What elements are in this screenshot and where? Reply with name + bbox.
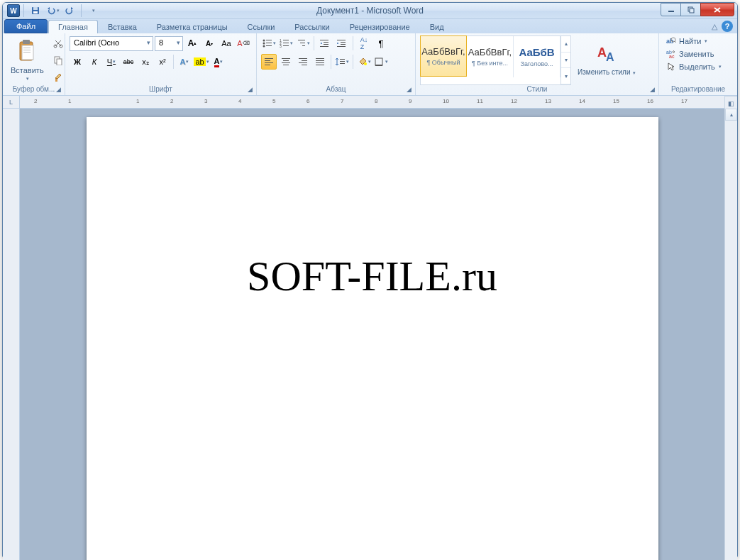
undo-button[interactable]: ▾: [45, 3, 60, 18]
help-icon[interactable]: ?: [722, 21, 733, 32]
maximize-button[interactable]: [680, 3, 701, 16]
find-button[interactable]: abНайти▾: [663, 35, 724, 47]
align-left-button[interactable]: [261, 54, 277, 70]
svg-rect-48: [299, 58, 307, 59]
group-clipboard: Вставить ▾ Буфер обм... ◢: [3, 33, 65, 95]
vertical-scrollbar[interactable]: ▴ ▾ ◦ ○ ◦: [724, 109, 737, 560]
scroll-up[interactable]: ▴: [725, 109, 737, 121]
ruler-h-strip[interactable]: 211234567891011121314151617: [20, 96, 724, 108]
format-painter-button[interactable]: [50, 70, 66, 85]
svg-rect-28: [283, 45, 289, 46]
clipboard-launcher[interactable]: ◢: [54, 84, 63, 94]
superscript-button[interactable]: x²: [155, 54, 170, 70]
bullets-button[interactable]: ▾: [261, 35, 277, 51]
tab-view[interactable]: Вид: [420, 20, 454, 33]
tab-review[interactable]: Рецензирование: [340, 20, 420, 33]
bullets-icon: [263, 39, 272, 48]
tab-references[interactable]: Ссылки: [238, 20, 285, 33]
undo-icon: [46, 6, 56, 16]
grow-font-button[interactable]: A▴: [184, 35, 200, 51]
justify-button[interactable]: [312, 54, 328, 70]
line-spacing-button[interactable]: ▾: [334, 54, 350, 70]
sort-button[interactable]: A↓Z: [356, 35, 372, 51]
app-window: W ▾ ▾ Документ1 - Microsoft Word Файл Гл…: [2, 2, 738, 558]
paste-button[interactable]: Вставить ▾: [7, 35, 48, 85]
minimize-ribbon-icon[interactable]: △: [712, 22, 717, 31]
clear-formatting-button[interactable]: A⌫: [236, 35, 251, 51]
style-no-spacing[interactable]: АаБбВвГг, ¶ Без инте...: [467, 36, 514, 77]
page[interactable]: SOFT-FILE.ru: [87, 117, 658, 560]
window-title: Документ1 - Microsoft Word: [316, 6, 424, 16]
tab-mailings[interactable]: Рассылки: [285, 20, 339, 33]
borders-button[interactable]: ▾: [373, 54, 389, 70]
tab-insert[interactable]: Вставка: [98, 20, 147, 33]
tab-selector[interactable]: L: [3, 96, 20, 108]
shrink-font-button[interactable]: A▾: [201, 35, 217, 51]
style-heading1[interactable]: АаБбВ Заголово...: [514, 36, 560, 77]
strikethrough-button[interactable]: abc: [121, 54, 136, 70]
select-button[interactable]: Выделить▾: [663, 61, 724, 72]
tab-page-layout[interactable]: Разметка страницы: [147, 20, 238, 33]
font-launcher[interactable]: ◢: [245, 84, 255, 94]
change-case-button[interactable]: Aa: [219, 35, 234, 51]
svg-rect-60: [375, 58, 382, 65]
redo-button[interactable]: [62, 3, 77, 18]
page-scroll[interactable]: SOFT-FILE.ru: [20, 109, 724, 560]
svg-rect-7: [23, 40, 30, 44]
svg-text:3: 3: [280, 44, 282, 48]
numbering-button[interactable]: 123▾: [278, 35, 294, 51]
font-color-button[interactable]: A▾: [211, 54, 226, 70]
tab-home[interactable]: Главная: [48, 20, 98, 33]
gallery-down[interactable]: ▾: [561, 53, 570, 69]
outdent-icon: [320, 39, 330, 48]
scroll-track[interactable]: [725, 121, 737, 560]
show-marks-button[interactable]: ¶: [373, 35, 389, 51]
svg-rect-49: [302, 60, 307, 61]
copy-button[interactable]: [50, 53, 66, 68]
justify-icon: [316, 58, 324, 65]
decrease-indent-button[interactable]: [317, 35, 333, 51]
cut-button[interactable]: [50, 35, 66, 51]
save-button[interactable]: [28, 3, 43, 18]
svg-rect-43: [265, 65, 270, 65]
gallery-up[interactable]: ▴: [561, 36, 570, 53]
svg-text:ab: ab: [666, 38, 674, 45]
document-text[interactable]: SOFT-FILE.ru: [136, 252, 609, 301]
ruler-toggle[interactable]: ◧: [724, 96, 737, 110]
bold-button[interactable]: Ж: [70, 54, 85, 70]
text-effects-button[interactable]: A▾: [177, 54, 192, 70]
styles-launcher[interactable]: ◢: [648, 84, 657, 94]
font-size-combo[interactable]: 8: [155, 36, 183, 51]
paragraph-launcher[interactable]: ◢: [404, 84, 414, 94]
gallery-more[interactable]: ▾: [561, 68, 570, 84]
group-editing: abНайти▾ abacЗаменить Выделить▾ Редактир…: [659, 33, 737, 95]
change-styles-label: Изменить стили ▾: [578, 68, 636, 76]
qat-customize[interactable]: ▾: [85, 3, 101, 18]
save-icon: [31, 6, 40, 16]
word-icon[interactable]: W: [7, 4, 20, 17]
style-normal[interactable]: АаБбВвГг, ¶ Обычный: [420, 35, 467, 77]
file-tab[interactable]: Файл: [4, 19, 48, 33]
shading-button[interactable]: ▾: [356, 54, 372, 70]
maximize-icon: [687, 6, 695, 13]
font-name-combo[interactable]: Calibri (Осно: [70, 36, 153, 51]
svg-rect-34: [324, 44, 328, 45]
increase-indent-button[interactable]: [334, 35, 350, 51]
change-styles-button[interactable]: AA Изменить стили ▾: [574, 35, 639, 85]
multilevel-list-button[interactable]: ▾: [295, 35, 311, 51]
close-button[interactable]: [700, 3, 734, 16]
ribbon: Вставить ▾ Буфер обм... ◢ Calibri (Осно …: [3, 33, 737, 96]
align-right-button[interactable]: [295, 54, 311, 70]
ruler-vertical[interactable]: [3, 109, 20, 560]
svg-rect-24: [283, 40, 289, 40]
highlight-button[interactable]: ab▾: [194, 54, 209, 70]
document-area: SOFT-FILE.ru ▴ ▾ ◦ ○ ◦: [3, 109, 737, 560]
subscript-button[interactable]: x₂: [138, 54, 153, 70]
italic-button[interactable]: К: [87, 54, 102, 70]
align-center-button[interactable]: [278, 54, 294, 70]
replace-button[interactable]: abacЗаменить: [663, 48, 724, 60]
ruler-horizontal[interactable]: L 211234567891011121314151617 ◧: [3, 96, 737, 109]
underline-button[interactable]: Ч▾: [104, 54, 119, 70]
minimize-button[interactable]: [661, 3, 681, 16]
close-icon: [713, 6, 722, 13]
